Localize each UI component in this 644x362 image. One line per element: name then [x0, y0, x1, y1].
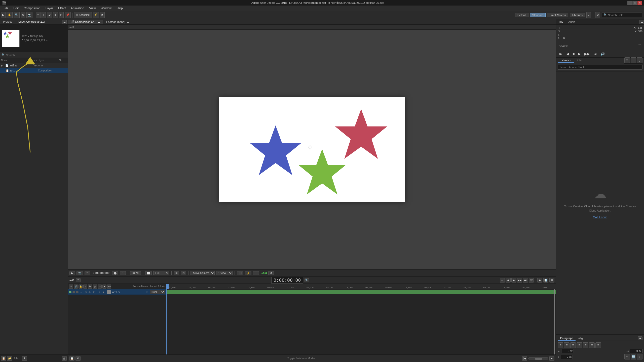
playhead-marker[interactable] — [166, 284, 169, 289]
tab-project[interactable]: Project — [1, 20, 14, 24]
toolbar-settings[interactable]: ⚙ — [595, 12, 600, 18]
layer-track-bar[interactable] — [166, 290, 556, 294]
view-select[interactable]: 1 View 2 Views 4 Views — [216, 271, 233, 275]
tool-extra2[interactable]: ✖ — [100, 12, 105, 18]
preview-play-btn2[interactable]: ▶ — [577, 51, 582, 56]
preview-stop-btn[interactable]: ■ — [572, 51, 576, 56]
tl-frame-blend-btn[interactable]: ◎ — [93, 285, 97, 289]
panel-menu-btn[interactable]: ☰ — [62, 20, 67, 24]
timeline-track-content[interactable] — [166, 289, 556, 354]
menu-file[interactable]: File — [1, 6, 11, 11]
tl-bottom-end[interactable]: ▶| — [549, 356, 554, 361]
tool-move[interactable]: ✋ — [7, 12, 13, 18]
zoom-btn[interactable]: 68,2% — [130, 271, 141, 275]
lib-grid-btn[interactable]: ⊞ — [624, 57, 630, 63]
tab-paragraph[interactable]: Paragraph — [558, 336, 576, 341]
preview-first-btn[interactable]: ⏮ — [558, 51, 564, 56]
ram-preview-btn[interactable]: ⬤ — [112, 271, 118, 275]
menu-animation[interactable]: Animation — [68, 6, 87, 11]
layer-audio-dot[interactable] — [72, 291, 75, 293]
tool-select[interactable]: ▶ — [1, 12, 6, 18]
justify-center-btn[interactable]: ≡ — [583, 342, 588, 348]
library-search[interactable] — [556, 63, 644, 71]
timeline-menu-btn[interactable]: ☰ — [76, 278, 81, 282]
align-center-btn[interactable]: ≡ — [564, 342, 570, 348]
tl-audio-btn[interactable]: 🔊 — [74, 285, 78, 289]
tl-play-btn[interactable]: ▶ — [511, 278, 516, 283]
tl-lock-btn[interactable]: 🔒 — [79, 285, 83, 289]
layer-edit-icon[interactable]: ✏ — [146, 291, 148, 293]
layer-lock-dot[interactable] — [76, 291, 79, 293]
timeline-ruler[interactable]: 00;15F 01;00F 01;15F 02;00F 02;15F 03;00… — [166, 284, 556, 289]
layer-mode-select[interactable]: None Normal — [150, 290, 165, 294]
tool-camera[interactable]: 📷 — [26, 12, 32, 18]
preview-prev-btn[interactable]: ◀ — [565, 51, 570, 56]
library-search-input[interactable] — [558, 65, 642, 70]
view-options-btn[interactable]: ⋮ — [253, 271, 259, 275]
tab-characters[interactable]: Cha... — [574, 58, 588, 63]
menu-window[interactable]: Window — [98, 6, 114, 11]
menu-edit[interactable]: Edit — [11, 6, 21, 11]
preview-options-btn[interactable]: ⋮ — [120, 271, 126, 275]
preview-audio-btn[interactable]: 🔊 — [599, 51, 606, 56]
preview-settings-btn[interactable]: ☰ — [637, 44, 642, 49]
lib-menu-btn[interactable]: ⋮ — [637, 57, 642, 63]
right-panel-menu[interactable]: ☰ — [639, 20, 644, 24]
tool-brush[interactable]: 🖌 — [47, 12, 52, 18]
workspace-standard[interactable]: Standard — [530, 13, 546, 17]
tab-effect-controls[interactable]: Effect Controls art1.ai — [16, 20, 47, 24]
tool-rotate[interactable]: ↻ — [21, 12, 25, 18]
preview-last-btn[interactable]: ⏭ — [592, 51, 598, 56]
new-folder-btn[interactable]: 📁 — [7, 356, 12, 361]
reset-exposure-btn[interactable]: ↺ — [268, 271, 274, 275]
tl-scroll-bar[interactable] — [528, 357, 548, 359]
text-ltr-btn[interactable]: ↔ — [624, 354, 630, 359]
new-composition-btn[interactable]: 📋 — [1, 356, 6, 361]
align-right-btn[interactable]: ≡ — [570, 342, 576, 348]
tl-keyframe-btn[interactable]: ◆ — [537, 278, 542, 283]
cloud-link[interactable]: Get it now! — [593, 216, 607, 219]
toggle-transparency-btn[interactable]: ⬛ — [237, 271, 243, 275]
composition-viewer[interactable] — [68, 30, 556, 269]
tl-bottom-new-comp[interactable]: 📋 — [69, 356, 74, 361]
grid-btn[interactable]: ⊞ — [174, 271, 179, 275]
timeline-search-btn[interactable]: 🔍 — [305, 278, 309, 282]
preview-next-btn[interactable]: ▶▶ — [583, 51, 591, 56]
import-btn[interactable]: ⬇ — [22, 356, 27, 361]
menu-view[interactable]: View — [87, 6, 98, 11]
project-item-art1[interactable]: 📋 art1 Composition — [0, 68, 68, 73]
tab-audio[interactable]: Audio — [566, 20, 578, 24]
justify-left-btn[interactable]: ≡ — [577, 342, 582, 348]
tl-fx-btn[interactable]: fx — [88, 285, 92, 289]
workspace-default[interactable]: Default — [515, 13, 528, 17]
camera-select[interactable]: Active Camera — [191, 271, 215, 275]
show-channel-btn[interactable]: ☰ — [85, 271, 90, 275]
menu-composition[interactable]: Composition — [21, 6, 43, 11]
tab-libraries[interactable]: Libraries — [558, 58, 574, 63]
para-panel-menu[interactable]: ☰ — [638, 336, 642, 340]
minimize-button[interactable]: ─ — [627, 1, 632, 5]
project-item-art1ai[interactable]: ▶ 📄 art1.ai Vector Art ⋮ — [0, 63, 68, 68]
indent-left-input[interactable] — [561, 349, 574, 353]
search-help-box[interactable]: 🔍 Search Help — [602, 13, 642, 17]
tl-collapse-btn[interactable]: ↕ — [83, 285, 87, 289]
align-left-btn[interactable]: ≡ — [558, 342, 563, 348]
tool-puppet[interactable]: 📌 — [65, 12, 71, 18]
tab-align[interactable]: Align — [576, 336, 587, 340]
justify-all-btn[interactable]: ≡ — [595, 342, 601, 348]
track-out-point[interactable] — [553, 289, 556, 354]
lib-list-btn[interactable]: ☰ — [631, 57, 636, 63]
tl-bottom-start[interactable]: |◀ — [522, 356, 527, 361]
tl-3d-btn[interactable]: 3D — [107, 285, 111, 289]
layer-row-1[interactable]: ☰ fx ◎ ⟳ 1 ▶ art1.ai ✏ None Normal — [68, 289, 166, 295]
preview-play-btn[interactable]: ▶ — [69, 271, 75, 275]
tool-zoom[interactable]: 🔍 — [14, 12, 20, 18]
tl-solo-btn[interactable]: 👁 — [69, 285, 73, 289]
workspace-libraries[interactable]: Libraries — [570, 13, 585, 17]
menu-layer[interactable]: Layer — [43, 6, 56, 11]
preview-snapshot-btn[interactable]: 📷 — [77, 271, 83, 275]
item-options[interactable]: ⋮ — [63, 64, 67, 67]
menu-effect[interactable]: Effect — [56, 6, 68, 11]
safe-zones-btn[interactable]: ⊡ — [181, 271, 186, 275]
menu-help[interactable]: Help — [114, 6, 125, 11]
